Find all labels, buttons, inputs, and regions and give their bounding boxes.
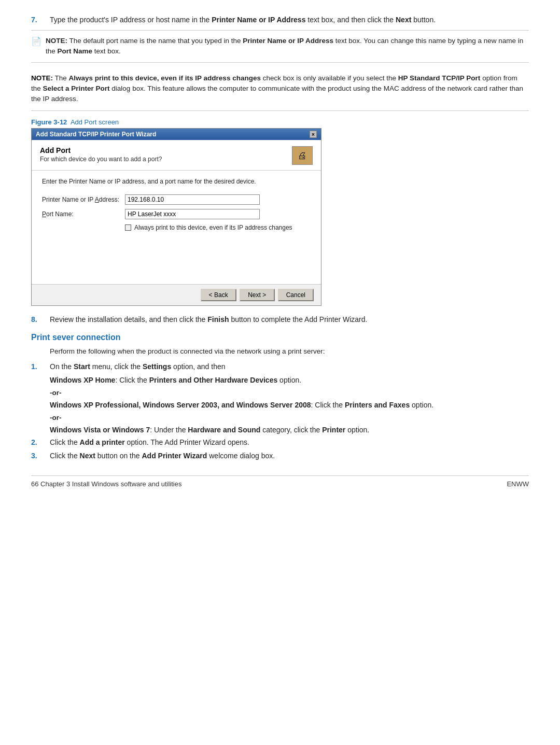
sub-step-1-number: 1. (31, 362, 50, 371)
section-intro: Perform the following when the product i… (50, 346, 529, 357)
step-8-text: Review the installation details, and the… (50, 315, 367, 324)
sub-note-xp-pro: Windows XP Professional, Windows Server … (50, 401, 529, 409)
step-8-number: 8. (31, 315, 50, 324)
step-8: 8. Review the installation details, and … (31, 315, 529, 324)
step-7: 7. Type the product's IP address or host… (31, 16, 529, 24)
dialog-body: Add Port For which device do you want to… (32, 140, 321, 305)
sub-step-1: 1. On the Start menu, click the Settings… (31, 362, 529, 371)
dialog-content: Enter the Printer Name or IP address, an… (32, 171, 321, 284)
port-name-label: Port Name: (42, 210, 125, 218)
back-button[interactable]: < Back (201, 289, 236, 301)
note-1: 📄 NOTE: The default port name is the nam… (31, 30, 529, 63)
note-1-text: NOTE: The default port name is the name … (46, 36, 529, 57)
dialog-header-title: Add Port (40, 146, 162, 154)
dialog-title: Add Standard TCP/IP Printer Port Wizard (36, 131, 156, 138)
form-row-port: Port Name: (42, 209, 311, 219)
ip-address-input[interactable] (125, 194, 260, 205)
checkbox-row: Always print to this device, even if its… (125, 223, 311, 232)
note-icon: 📄 (31, 36, 41, 46)
dialog-spacer (42, 232, 311, 279)
footer-left: 66 Chapter 3 Install Windows software an… (31, 480, 181, 488)
dialog-header-text: Add Port For which device do you want to… (40, 146, 162, 163)
sub-step-1-content: On the Start menu, click the Settings op… (50, 362, 529, 371)
form-row-ip: Printer Name or IP Address: (42, 194, 311, 205)
ip-address-label: Printer Name or IP Address: (42, 196, 125, 203)
note-2: NOTE: The Always print to this device, e… (31, 68, 529, 111)
sub-step-2-content: Click the Add a printer option. The Add … (50, 438, 529, 446)
sub-note-vista: Windows Vista or Windows 7: Under the Ha… (50, 426, 529, 434)
port-name-input[interactable] (125, 209, 260, 219)
footer-right: ENWW (507, 480, 529, 488)
checkbox-label: Always print to this device, even if its… (134, 223, 292, 232)
printer-icon: 🖨 (292, 146, 313, 165)
cancel-button[interactable]: Cancel (278, 289, 314, 301)
sub-step-3-content: Click the Next button on the Add Printer… (50, 452, 529, 460)
dialog-instruction: Enter the Printer Name or IP address, an… (42, 178, 311, 185)
always-print-checkbox[interactable] (125, 224, 131, 231)
section-heading: Print sever connection (31, 333, 529, 342)
step-7-text: Type the product's IP address or host na… (50, 16, 436, 24)
sub-note-or-2: -or- (50, 413, 529, 421)
footer-bar: 66 Chapter 3 Install Windows software an… (31, 475, 529, 488)
dialog-close-button[interactable]: × (310, 131, 317, 138)
sub-note-xp-home: Windows XP Home: Click the Printers and … (50, 376, 529, 384)
figure-label: Figure 3-12 Add Port screen (31, 118, 529, 126)
next-button[interactable]: Next > (240, 289, 275, 301)
step-8-content: Review the installation details, and the… (50, 315, 529, 324)
step-7-content: Type the product's IP address or host na… (50, 16, 529, 24)
sub-note-or-1: -or- (50, 388, 529, 397)
add-port-dialog: Add Standard TCP/IP Printer Port Wizard … (31, 128, 321, 306)
sub-step-3: 3. Click the Next button on the Add Prin… (31, 452, 529, 460)
step-7-number: 7. (31, 16, 50, 24)
sub-step-3-number: 3. (31, 452, 50, 460)
dialog-header: Add Port For which device do you want to… (32, 140, 321, 171)
sub-step-2-number: 2. (31, 438, 50, 446)
note-2-text: NOTE: The Always print to this device, e… (31, 73, 529, 105)
dialog-footer: < Back Next > Cancel (32, 284, 321, 305)
dialog-header-subtitle: For which device do you want to add a po… (40, 156, 162, 163)
dialog-titlebar: Add Standard TCP/IP Printer Port Wizard … (32, 129, 321, 140)
sub-step-2: 2. Click the Add a printer option. The A… (31, 438, 529, 446)
